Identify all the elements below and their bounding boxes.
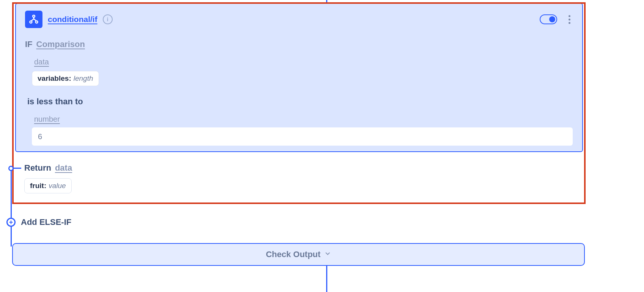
if-row: IF Comparison bbox=[25, 39, 573, 49]
chip-value: length bbox=[74, 74, 93, 83]
left-operand-chip[interactable]: variables: length bbox=[32, 71, 99, 86]
return-section: Return data fruit: value bbox=[15, 152, 583, 205]
number-value: 6 bbox=[38, 132, 42, 141]
number-input[interactable]: 6 bbox=[32, 127, 573, 146]
return-chip[interactable]: fruit: value bbox=[24, 178, 72, 193]
return-type-link[interactable]: data bbox=[55, 163, 72, 173]
left-operand-label[interactable]: data bbox=[34, 58, 573, 66]
chip-key: fruit: bbox=[30, 182, 46, 190]
if-condition-card[interactable]: conditional/if i IF Comparison data vari… bbox=[15, 3, 583, 152]
if-keyword: IF bbox=[25, 39, 33, 49]
check-output-label: Check Output bbox=[266, 250, 320, 259]
add-elseif-button[interactable]: + Add ELSE-IF bbox=[6, 217, 71, 227]
node-title-link[interactable]: conditional/if bbox=[48, 15, 97, 24]
add-elseif-label: Add ELSE-IF bbox=[21, 217, 71, 227]
more-menu-icon[interactable] bbox=[565, 13, 573, 25]
chip-key: variables: bbox=[38, 74, 71, 83]
comparison-type-link[interactable]: Comparison bbox=[36, 39, 85, 49]
chip-value: value bbox=[49, 182, 66, 190]
return-connector-line bbox=[14, 168, 21, 169]
branch-icon bbox=[25, 11, 42, 28]
chevron-down-icon bbox=[324, 250, 331, 259]
info-icon[interactable]: i bbox=[103, 14, 113, 24]
card-header: conditional/if i bbox=[25, 11, 573, 28]
operator-label[interactable]: is less than to bbox=[27, 97, 573, 107]
toggle-knob bbox=[549, 16, 555, 22]
check-output-button[interactable]: Check Output bbox=[12, 243, 585, 266]
return-keyword: Return bbox=[24, 163, 51, 173]
plus-icon: + bbox=[6, 218, 16, 227]
return-connector-dot bbox=[8, 166, 14, 171]
bottom-connector-line bbox=[326, 266, 327, 292]
left-vertical-connector bbox=[11, 171, 12, 246]
right-operand-label[interactable]: number bbox=[34, 115, 573, 124]
top-connector-line bbox=[326, 0, 327, 3]
enable-toggle[interactable] bbox=[540, 14, 557, 24]
